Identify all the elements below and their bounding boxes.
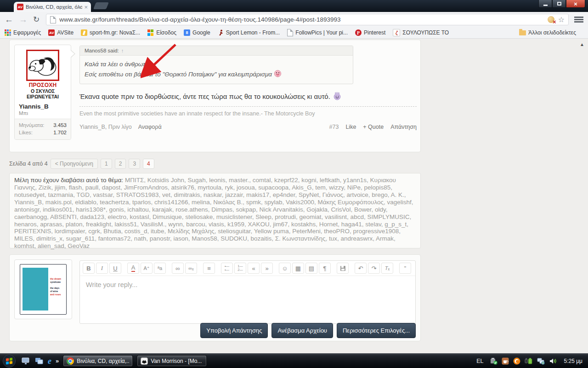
reply-link[interactable]: Απάντηση (390, 124, 417, 130)
window-restore-button[interactable] (552, 0, 566, 8)
post-body-text: Έκανα quote πριν το διορθώσεις, άντε πες… (79, 92, 330, 100)
unlink-icon[interactable]: ∞ₓ (185, 263, 197, 274)
dog-avatar-image (26, 50, 59, 81)
redo-icon[interactable]: ↷ (368, 263, 380, 274)
drafts-save-icon[interactable] (337, 263, 349, 274)
post-footer: Yiannis_B, Πριν λίγο Αναφορά #73 Like + … (79, 124, 417, 130)
page-button-2[interactable]: 2 (115, 159, 126, 169)
underline-icon[interactable]: U (109, 263, 121, 274)
numbered-list-icon[interactable]: 1—2— (234, 263, 246, 274)
quote-author[interactable]: Manos58 said: (85, 48, 119, 53)
bookmark-souloupose[interactable]: ζ ΣΟΥΛΟΥΠΩΣΕ ΤΟ (393, 29, 449, 36)
start-button-icon[interactable] (1, 354, 17, 368)
bookmark-avsite[interactable]: AV AVSite (48, 29, 74, 36)
cookies-blocked-icon[interactable] (548, 16, 554, 23)
insert-link-icon[interactable]: ∞ (172, 263, 184, 274)
network-tray-icon[interactable] (537, 357, 545, 365)
window-minimize-button[interactable] (538, 0, 552, 8)
page-button-3[interactable]: 3 (129, 159, 140, 169)
author-avatar[interactable]: ΠΡΟΣΟΧΗ Ο ΣΚΥΛΟΣ ΕΙΡΩΝΕΥΕΤΑΙ (15, 45, 71, 101)
reply-input[interactable]: Write your reply... (80, 276, 415, 323)
insert-image-icon[interactable]: ▦ (292, 263, 304, 274)
tongue-smiley-icon (274, 70, 282, 78)
insert-quote-icon[interactable]: ¶ (319, 263, 331, 274)
address-bar[interactable]: www.avsite.gr/forum/threads/Βινύλια-cd-α… (46, 14, 569, 25)
bbcode-editor-icon[interactable]: ” (399, 263, 411, 274)
post-number[interactable]: #73 (329, 124, 339, 130)
font-family-icon[interactable]: ªa (154, 263, 166, 274)
chrome-menu-icon[interactable] (574, 17, 583, 23)
orange-app-tray-icon[interactable] (513, 357, 520, 365)
url-text[interactable]: www.avsite.gr/forum/threads/Βινύλια-cd-α… (59, 16, 547, 23)
volume-tray-icon[interactable] (549, 357, 557, 365)
stat-likes-value: 1.702 (53, 130, 67, 135)
quote-jump-icon[interactable]: ↑ (121, 48, 124, 53)
current-user-avatar[interactable]: the dream syndicate the days of wine and… (14, 259, 72, 319)
task-media-player-window[interactable]: Van Morrison - [Mo... (137, 355, 207, 367)
internet-explorer-icon[interactable]: e (48, 357, 51, 365)
browser-tab[interactable]: AV Βινύλια, CD, αρχεία, όλα έ × (14, 2, 91, 12)
bookmark-sportlemon[interactable]: Sport Lemon - From... (218, 29, 280, 36)
like-link[interactable]: Like (345, 124, 356, 130)
italic-icon[interactable]: I (96, 263, 108, 274)
text-color-icon[interactable]: A (127, 263, 139, 274)
alignment-icon[interactable]: ≡ (203, 263, 215, 274)
bookmark-google[interactable]: 8 Google (184, 29, 210, 36)
report-link[interactable]: Αναφορά (138, 124, 162, 130)
smilies-icon[interactable]: ☺ (279, 263, 291, 274)
bookmark-apps[interactable]: Εφαρμογές (5, 29, 41, 36)
quote-link[interactable]: + Quote (363, 124, 384, 130)
update-check-tray-icon[interactable] (490, 357, 498, 365)
readers-label: Μέλη που έχουν διαβάσει αυτό το θέμα: (14, 177, 123, 184)
reload-icon[interactable]: ↻ (33, 16, 40, 23)
browser-toolbar: ← → ↻ www.avsite.gr/forum/threads/Βινύλι… (0, 12, 588, 27)
other-bookmarks[interactable]: Άλλοι σελιδοδείκτες (519, 29, 576, 36)
scroll-top-icon[interactable]: ▲ (580, 42, 584, 47)
prev-page-button[interactable]: < Προηγούμενη (51, 159, 98, 169)
bookmark-star-icon[interactable]: ☆ (558, 16, 565, 23)
author-name[interactable]: Yiannis_B (15, 101, 71, 110)
bookmark-sportfm[interactable]: sport-fm.gr: ΝοvaΣ... (81, 29, 140, 36)
reply-area: the dream syndicate the days of wine and… (9, 254, 421, 341)
task-chrome-window[interactable]: Βινύλια, CD, αρχεία,... (63, 355, 133, 367)
folder-icon (519, 30, 526, 35)
java-tray-icon[interactable] (502, 357, 509, 365)
window-close-button[interactable]: × (566, 0, 585, 8)
avatar-caption-3: ΕΙΡΩΝΕΥΕΤΑΙ (18, 94, 67, 99)
forward-icon[interactable]: → (19, 15, 28, 24)
page-button-1[interactable]: 1 (101, 159, 112, 169)
language-indicator[interactable]: EL (476, 358, 483, 364)
bullet-list-icon[interactable]: •—•— (221, 263, 233, 274)
taskbar: e » Βινύλια, CD, αρχεία,... Van Morrison… (0, 353, 588, 368)
quote-line-2: Εσίς ειποθέτω οτι βάζεται το "Θορικτό Πο… (85, 71, 272, 78)
remove-formatting-icon[interactable]: Tₓ (381, 263, 393, 274)
bookmark-followpics[interactable]: FollowPics | Your pi... (287, 29, 348, 36)
back-icon[interactable]: ← (5, 15, 13, 24)
bookmark-pinterest[interactable]: P Pinterest (355, 29, 385, 36)
submit-reply-button[interactable]: Υποβολή Απάντησης (200, 323, 268, 338)
system-tray: EL (476, 357, 588, 365)
show-desktop-icon[interactable] (21, 357, 30, 365)
bold-icon[interactable]: B (83, 263, 95, 274)
outdent-icon[interactable]: « (248, 263, 260, 274)
task-label: Βινύλια, CD, αρχεία,... (77, 358, 129, 364)
bookmark-eisodos[interactable]: Είσοδος (147, 29, 176, 36)
new-tab-button[interactable] (93, 2, 109, 9)
font-size-icon[interactable]: A⁺ (141, 263, 153, 274)
window-switcher-icon[interactable] (34, 357, 44, 365)
avatar-caption-1: ΠΡΟΣΟΧΗ (18, 82, 67, 88)
tab-close-icon[interactable]: × (84, 4, 88, 10)
post-author-date[interactable]: Yiannis_B, Πριν λίγο (79, 124, 132, 130)
tab-title: Βινύλια, CD, αρχεία, όλα έ (26, 4, 82, 10)
power-plug-tray-icon[interactable] (525, 357, 533, 365)
more-options-button[interactable]: Περισσότερες Επιλογές... (337, 323, 416, 338)
page-button-4-current[interactable]: 4 (143, 159, 154, 169)
undo-icon[interactable]: ↶ (355, 263, 367, 274)
upload-file-button[interactable]: Ανέβασμα Αρχείου (271, 323, 333, 338)
runner-icon (218, 29, 224, 36)
quicklaunch-overflow-icon[interactable]: » (56, 357, 59, 364)
indent-icon[interactable]: » (261, 263, 273, 274)
avsite-icon: AV (48, 29, 55, 36)
insert-media-icon[interactable]: ▤ (305, 263, 317, 274)
clock[interactable]: 5:25 μμ (564, 358, 582, 364)
